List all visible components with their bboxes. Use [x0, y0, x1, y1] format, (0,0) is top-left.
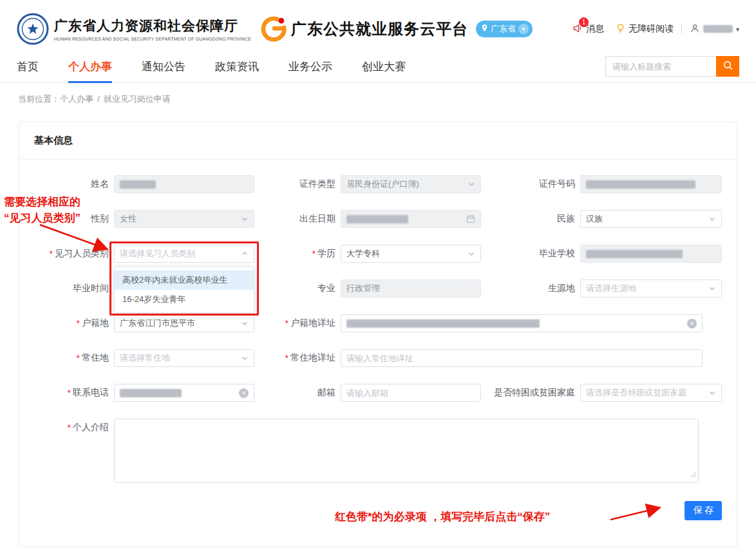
- annotation-dropdown-note: 需要选择相应的 “见习人员类别”: [4, 194, 80, 226]
- origin-label: 生源地: [548, 279, 580, 297]
- redacted-value: [120, 389, 182, 397]
- origin-select[interactable]: 请选择生源地: [580, 279, 722, 297]
- dropdown-option-graduate[interactable]: 高校2年内未就业高校毕业生: [115, 270, 254, 290]
- required-asterisk: *: [50, 249, 53, 259]
- residence-select[interactable]: 请选择常住地: [114, 349, 254, 367]
- email-input[interactable]: [341, 384, 481, 402]
- required-asterisk: *: [285, 353, 288, 363]
- id-number-label: 证件号码: [539, 175, 580, 193]
- messages-label: 消息: [586, 23, 604, 35]
- user-icon: [690, 23, 700, 35]
- chevron-up-icon: [241, 250, 249, 258]
- name-label: 姓名: [34, 175, 114, 193]
- redacted-value: [586, 180, 695, 189]
- form-row: *联系电话 × 邮箱 是否特困或贫困家庭 请选择是否特困或贫困家庭: [34, 384, 722, 402]
- chevron-down-icon: [708, 215, 716, 223]
- form-row: *个人介绍: [34, 419, 722, 483]
- household-address-label: *户籍地详址: [260, 314, 341, 332]
- id-number-field: [580, 175, 722, 193]
- residence-address-input[interactable]: [341, 349, 703, 367]
- breadcrumb-prefix: 当前位置：: [18, 94, 60, 104]
- dept-subtitle: HUMAN RESOURCES AND SOCIAL SECURITY DEPA…: [54, 37, 251, 41]
- chevron-down-icon: ▾: [518, 24, 529, 34]
- intro-field-wrap: [114, 419, 699, 483]
- chevron-down-icon: [468, 180, 475, 188]
- resize-handle-icon[interactable]: [690, 469, 697, 480]
- graduation-school-field: [580, 245, 722, 263]
- household-address-field[interactable]: ×: [341, 314, 703, 332]
- email-label: 邮箱: [260, 384, 341, 402]
- card-title: 基本信息: [20, 122, 736, 160]
- trainee-category-options-panel: 高校2年内未就业高校毕业生 16-24岁失业青年: [114, 267, 254, 313]
- main-nav: 首页 个人办事 通知公告 政策资讯 业务公示 创业大赛: [0, 50, 756, 83]
- nav-item-notices[interactable]: 通知公告: [142, 50, 185, 83]
- chevron-down-icon: [468, 250, 475, 258]
- required-asterisk: *: [68, 422, 71, 433]
- clear-icon[interactable]: ×: [687, 319, 697, 328]
- accessibility-button[interactable]: 无障碍阅读: [616, 23, 674, 35]
- breadcrumb-current: 就业见习岗位申请: [104, 94, 171, 104]
- breadcrumb-separator: /: [97, 94, 100, 104]
- trainee-category-select[interactable]: 请选择见习人员类别: [114, 245, 254, 263]
- location-pin-icon: [481, 24, 488, 34]
- dept-text: 广东省人力资源和社会保障厅 HUMAN RESOURCES AND SOCIAL…: [54, 17, 251, 41]
- nav-item-public-announcements[interactable]: 业务公示: [288, 50, 332, 83]
- chevron-down-icon: [241, 319, 249, 327]
- annotation-line: 需要选择相应的: [4, 194, 80, 210]
- required-asterisk: *: [77, 353, 80, 363]
- nav-item-policy-news[interactable]: 政策资讯: [215, 50, 259, 83]
- poor-family-label: 是否特困或贫困家庭: [494, 384, 580, 402]
- bulb-icon: [616, 23, 625, 35]
- save-button[interactable]: 保存: [685, 501, 722, 520]
- phone-field[interactable]: ×: [114, 384, 254, 402]
- basic-info-form: 姓名 证件类型 居民身份证(户口簿) 证件号码 性: [20, 160, 736, 520]
- form-row: *常住地 请选择常住地 *常住地详址: [34, 349, 722, 367]
- redacted-value: [346, 319, 540, 328]
- search-input[interactable]: [605, 56, 716, 77]
- region-selector[interactable]: 广东省 ▾: [476, 21, 533, 37]
- intro-label: *个人介绍: [34, 419, 114, 437]
- dropdown-option-unemployed-youth[interactable]: 16-24岁失业青年: [115, 290, 254, 309]
- message-count-badge: 1: [579, 17, 589, 27]
- education-select[interactable]: 大学专科: [341, 245, 481, 263]
- chevron-down-icon: [708, 285, 716, 292]
- form-row: *户籍地 广东省江门市恩平市 *户籍地详址 ×: [34, 314, 722, 332]
- search-button[interactable]: [716, 56, 739, 77]
- major-label: 专业: [260, 279, 341, 297]
- chevron-down-icon: ▾: [736, 26, 739, 33]
- name-field: [114, 175, 254, 193]
- trainee-category-dropdown: 请选择见习人员类别 高校2年内未就业高校毕业生 16-24岁失业青年: [114, 245, 254, 263]
- trainee-category-label: *见习人员类别: [34, 245, 114, 263]
- intro-textarea[interactable]: [114, 419, 699, 483]
- household-select[interactable]: 广东省江门市恩平市: [114, 314, 254, 332]
- chevron-down-icon: [241, 354, 249, 362]
- gender-select: 女性: [114, 210, 254, 228]
- ethnicity-label: 民族: [557, 210, 580, 228]
- header-actions: 1 消息 无障碍阅读 ▾: [572, 23, 739, 35]
- education-label: *学历: [260, 245, 341, 263]
- calendar-icon: [466, 214, 475, 223]
- clear-icon[interactable]: ×: [239, 388, 249, 398]
- id-type-select: 居民身份证(户口簿): [341, 175, 481, 193]
- user-menu[interactable]: ▾: [690, 23, 739, 35]
- required-asterisk: *: [312, 249, 316, 259]
- id-type-label: 证件类型: [260, 175, 341, 193]
- nav-item-personal-services[interactable]: 个人办事: [68, 50, 112, 83]
- nav-item-home[interactable]: 首页: [17, 50, 39, 83]
- messages-button[interactable]: 1 消息: [572, 23, 604, 35]
- dept-emblem-logo: [17, 13, 49, 45]
- redacted-value: [346, 215, 408, 223]
- redacted-username: [703, 25, 733, 33]
- breadcrumb-parent[interactable]: 个人办事: [60, 94, 93, 104]
- annotation-line: “见习人员类别”: [4, 210, 80, 226]
- annotation-save-note: 红色带*的为必录项 ，填写完毕后点击“保存”: [335, 509, 550, 524]
- nav-item-entrepreneurship-contest[interactable]: 创业大赛: [362, 50, 406, 83]
- form-row: 姓名 证件类型 居民身份证(户口簿) 证件号码: [34, 175, 722, 193]
- residence-label: *常住地: [34, 349, 114, 367]
- household-label: *户籍地: [34, 314, 114, 332]
- poor-family-select[interactable]: 请选择是否特困或贫困家庭: [580, 384, 722, 402]
- accessibility-label: 无障碍阅读: [628, 23, 674, 35]
- platform-branding: 广东公共就业服务云平台: [260, 15, 468, 42]
- ethnicity-select[interactable]: 汉族: [580, 210, 722, 228]
- basic-info-card: 基本信息 姓名 证件类型 居民身份证(户口簿) 证件号码: [19, 122, 737, 547]
